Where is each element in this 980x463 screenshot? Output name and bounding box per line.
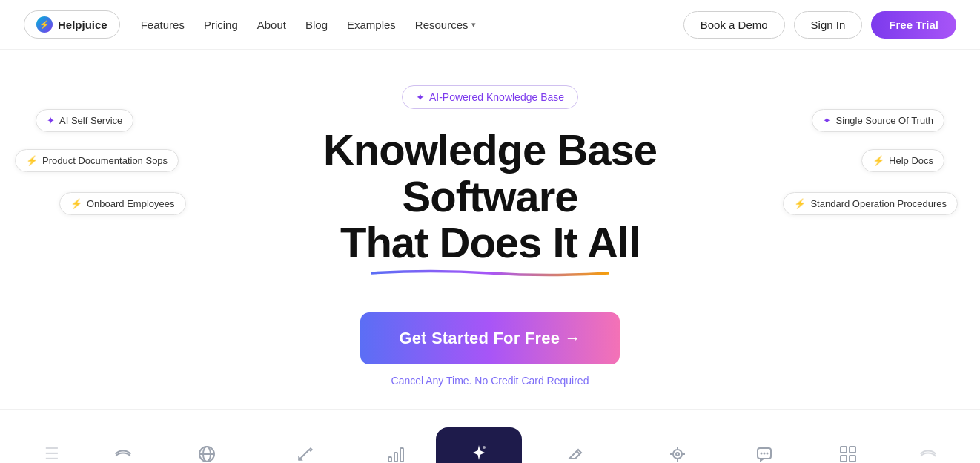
feature-item-chatbot[interactable]: Chatbot [727,432,803,463]
nav-pricing[interactable]: Pricing [204,19,238,31]
pill-ai-self-service: ✦ AI Self Service [36,109,133,132]
planner-icon [110,441,136,463]
sparkle-icon-2: ✦ [823,115,831,126]
hero-section: ✦ AI Self Service ⚡ Product Documentatio… [0,50,980,387]
feature-item-planner2[interactable]: Plann [894,432,962,463]
logo-icon: ⚡ [36,16,53,33]
chatbot-icon [751,441,778,463]
logo-label: Helpjuice [58,19,107,31]
nav-links: Features Pricing About Blog Examples Res… [141,19,476,31]
nav-features[interactable]: Features [141,19,185,31]
free-trial-button[interactable]: Free Trial [871,11,956,39]
pill-product-docs: ⚡ Product Documentation Sops [15,149,179,172]
analytics-icon [383,441,409,463]
headline-underline [371,269,609,277]
feature-item-customization[interactable]: Customization [253,432,355,463]
sign-in-button[interactable]: Sign In [794,11,863,39]
svg-point-8 [673,450,682,459]
planner2-icon [915,441,941,463]
feature-item-collaboration[interactable]: Collaboration [629,432,727,463]
pill-sop: ⚡ Standard Operation Procedures [783,192,958,215]
bolt-icon: ⚡ [26,155,38,166]
svg-rect-4 [394,453,397,462]
svg-rect-3 [388,457,391,462]
nav-about[interactable]: About [257,19,286,31]
cta-section: Get Started For Free → Cancel Any Time. … [360,312,619,387]
hero-headline: Knowledge Base Software That Does It All [260,127,720,266]
integrations-icon [835,441,861,463]
svg-rect-21 [850,456,855,462]
svg-point-6 [483,446,486,449]
pill-single-source: ✦ Single Source Of Truth [812,109,944,132]
svg-rect-20 [841,456,847,462]
nav-resources[interactable]: Resources ▾ [415,19,476,31]
cta-subtext: Cancel Any Time. No Credit Card Required [391,375,589,387]
svg-point-15 [761,452,763,454]
customization-icon [291,441,318,463]
powerful-editor-icon [562,441,589,463]
nav-blog[interactable]: Blog [305,19,328,31]
get-started-button[interactable]: Get Started For Free → [360,312,619,364]
bolt-icon-3: ⚡ [873,155,884,166]
feature-item-integrations[interactable]: Integrations [802,432,894,463]
sparkle-icon: ✦ [47,115,55,126]
logo-button[interactable]: ⚡ Helpjuice [24,10,120,39]
pill-onboard-employees: ⚡ Onboard Employees [59,192,186,215]
nav-left: ⚡ Helpjuice Features Pricing About Blog … [24,10,476,39]
chevron-down-icon: ▾ [471,20,476,30]
svg-point-17 [767,452,769,454]
feature-item-ai-search[interactable]: AI Search [436,427,522,463]
bolt-icon-4: ⚡ [794,198,806,209]
feature-item-localization[interactable]: Localization [161,432,254,463]
nav-right: Book a Demo Sign In Free Trial [683,11,956,39]
navbar: ⚡ Helpjuice Features Pricing About Blog … [0,0,980,50]
hero-badge: ✦ AI-Powered Knowledge Base [402,85,578,109]
book-demo-button[interactable]: Book a Demo [683,11,785,39]
notifications-icon: ☰ [39,441,65,463]
feature-item-notifications[interactable]: ☰ ations [18,432,86,463]
badge-sparkle-icon: ✦ [416,91,425,103]
nav-examples[interactable]: Examples [347,19,396,31]
localization-icon [193,441,220,463]
svg-point-16 [764,452,766,454]
collaboration-icon [664,441,691,463]
svg-point-9 [676,453,679,456]
pill-help-docs: ⚡ Help Docs [861,149,944,172]
svg-rect-18 [841,447,847,453]
ai-search-icon [466,439,492,463]
feature-item-analytics[interactable]: Analytics [356,432,436,463]
svg-rect-19 [850,447,855,453]
svg-rect-5 [400,448,403,462]
feature-item-planner[interactable]: Planner [86,432,161,463]
feature-item-powerful-editor[interactable]: Powerful Editor [522,432,629,463]
bolt-icon-2: ⚡ [70,198,82,209]
feature-bar: ☰ ations Planner Localization Customizat… [0,409,980,463]
